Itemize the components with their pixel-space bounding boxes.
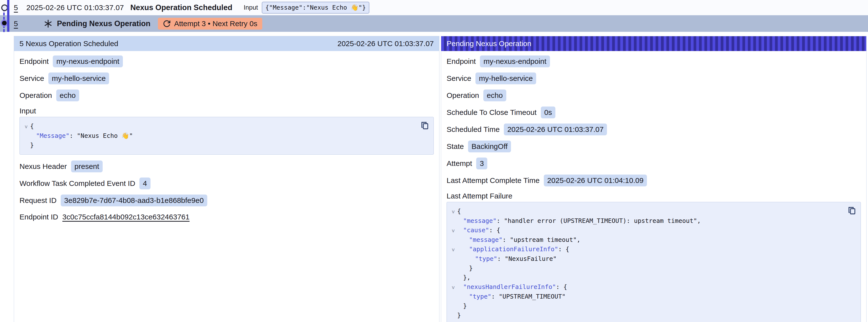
field-label: Endpoint: [446, 57, 476, 66]
json-viewer: v{"Message": "Nexus Echo 👋"}: [20, 117, 434, 155]
json-code-line: "message": "upstream timeout",: [449, 235, 841, 245]
timeline-connector-line: [3, 8, 5, 32]
input-value-chip: {"Message":"Nexus Echo 👋"}: [262, 2, 369, 13]
field-label: Request ID: [20, 196, 57, 205]
json-code-text: "cause": {: [457, 226, 500, 235]
field-label: Service: [20, 74, 44, 83]
json-code-line: "type": "UPSTREAM_TIMEOUT": [449, 292, 841, 301]
timeline-gutter: [0, 0, 14, 34]
field-operation: Operationecho: [446, 90, 861, 101]
field-value-chip: 3e829b7e-7d67-4b08-aad3-b1e868bfe9e0: [61, 195, 207, 206]
scheduled-panel-header: 5 Nexus Operation Scheduled 2025-02-26 U…: [14, 36, 439, 51]
pending-panel-header: Pending Nexus Operation: [441, 36, 866, 51]
field-label: Endpoint: [20, 57, 49, 66]
scheduled-panel-fields: Endpointmy-nexus-endpointServicemy-hello…: [14, 51, 439, 233]
pending-event-title: Pending Nexus Operation: [57, 19, 151, 28]
pending-panel-fields: Endpointmy-nexus-endpointServicemy-hello…: [441, 51, 866, 322]
field-label: Workflow Task Completed Event ID: [20, 179, 135, 188]
chevron-down-icon[interactable]: v: [449, 207, 457, 216]
event-id-link[interactable]: 5: [14, 3, 18, 12]
field-label: Operation: [20, 91, 52, 100]
scheduled-panel-title: 5 Nexus Operation Scheduled: [20, 39, 118, 48]
json-code-text: }: [457, 301, 467, 311]
chevron-down-icon[interactable]: v: [449, 245, 457, 254]
field-service: Servicemy-hello-service: [20, 72, 434, 84]
pending-operation-panel: Pending Nexus Operation Endpointmy-nexus…: [441, 36, 867, 322]
json-code-text: "type": "NexusFailure": [457, 254, 557, 264]
field-input: Input: [20, 106, 434, 116]
field-endpoint-id: Endpoint ID3c0c75ccfa8144b092c13ce632463…: [20, 212, 434, 222]
retry-icon: [163, 20, 171, 28]
json-code-line: v{: [449, 206, 841, 216]
field-label: Scheduled Time: [446, 125, 500, 134]
json-code-text: {: [30, 122, 34, 131]
json-code-line: }: [449, 311, 841, 320]
json-code-line: }: [449, 301, 841, 311]
copy-icon[interactable]: [420, 121, 429, 130]
event-timestamp: 2025-02-26 UTC 01:03:37.07: [26, 3, 124, 12]
json-code-text: "message": "upstream timeout",: [457, 235, 581, 245]
field-label: Endpoint ID: [20, 213, 58, 221]
field-value-chip: echo: [56, 90, 79, 101]
field-value-link[interactable]: 3c0c75ccfa8144b092c13ce632463761: [62, 213, 189, 221]
copy-icon[interactable]: [847, 205, 856, 216]
json-code-line: v"cause": {: [449, 226, 841, 235]
field-last-attempt-complete-time: Last Attempt Complete Time2025-02-26 UTC…: [446, 174, 861, 186]
field-value-chip: echo: [483, 90, 506, 101]
field-value-chip: present: [71, 161, 103, 172]
json-code-line: }: [22, 140, 414, 150]
field-value-chip: 4: [140, 178, 151, 189]
field-value-chip: 3: [476, 158, 487, 169]
chevron-down-icon[interactable]: v: [449, 226, 457, 235]
field-label: Input: [20, 107, 36, 115]
field-value-chip: my-hello-service: [49, 72, 109, 84]
field-last-attempt-failure: Last Attempt Failure: [446, 192, 861, 200]
field-scheduled-time: Scheduled Time2025-02-26 UTC 01:03:37.07: [446, 124, 861, 135]
timeline-event-marker-icon: [1, 4, 8, 11]
timeline-current-marker-icon: [2, 21, 7, 25]
json-code-line: v{: [22, 122, 414, 131]
field-value-chip: my-nexus-endpoint: [53, 56, 123, 67]
scheduled-event-detail-panel: 5 Nexus Operation Scheduled 2025-02-26 U…: [14, 36, 439, 322]
field-value-chip: my-nexus-endpoint: [480, 56, 550, 67]
field-value-chip: my-hello-service: [475, 72, 536, 84]
asterisk-icon: [44, 19, 53, 28]
field-label: Attempt: [446, 159, 472, 168]
history-row-pending-nexus-operation[interactable]: 5 Pending Nexus Operation Attempt 3 • Ne…: [0, 15, 868, 32]
timeline-active-bar: [7, 0, 9, 32]
chevron-down-icon[interactable]: v: [449, 283, 457, 292]
event-detail-panels: 5 Nexus Operation Scheduled 2025-02-26 U…: [14, 36, 867, 322]
field-label: Service: [446, 74, 471, 83]
field-attempt: Attempt3: [446, 158, 861, 169]
pending-event-id-link[interactable]: 5: [14, 20, 18, 28]
json-code-text: },: [457, 273, 470, 282]
retry-attempt-badge: Attempt 3 • Next Retry 0s: [158, 18, 262, 30]
field-label: Schedule To Close Timeout: [446, 108, 537, 117]
json-code-line: }: [449, 264, 841, 273]
history-row-nexus-operation-scheduled[interactable]: 5 2025-02-26 UTC 01:03:37.07 Nexus Opera…: [0, 0, 868, 15]
field-value-chip: 2025-02-26 UTC 01:03:37.07: [504, 124, 607, 135]
event-title: Nexus Operation Scheduled: [130, 3, 232, 12]
chevron-down-icon[interactable]: v: [22, 122, 30, 131]
json-code-text: "applicationFailureInfo": {: [457, 245, 569, 254]
input-label: Input: [244, 4, 258, 11]
json-code-text: }: [457, 311, 461, 320]
scheduled-panel-timestamp: 2025-02-26 UTC 01:03:37.07: [338, 39, 434, 48]
retry-badge-text: Attempt 3 • Next Retry 0s: [174, 20, 257, 28]
field-label: Last Attempt Failure: [446, 192, 513, 200]
json-code-text: }: [30, 140, 34, 150]
json-code-line: },: [449, 273, 841, 282]
json-code-text: }: [457, 264, 473, 273]
field-label: Last Attempt Complete Time: [446, 176, 539, 185]
field-value-chip: 2025-02-26 UTC 01:04:10.09: [544, 174, 647, 186]
field-label: Operation: [446, 91, 479, 100]
field-value-chip: BackingOff: [468, 140, 511, 152]
field-workflow-task-completed-event-id: Workflow Task Completed Event ID4: [20, 178, 434, 189]
json-code-line: v"nexusHandlerFailureInfo": {: [449, 282, 841, 292]
field-value-chip: 0s: [541, 106, 556, 118]
json-code-line: "message": "handler error (UPSTREAM_TIME…: [449, 216, 841, 226]
pending-panel-title: Pending Nexus Operation: [446, 39, 531, 48]
field-state: StateBackingOff: [446, 140, 861, 152]
field-endpoint: Endpointmy-nexus-endpoint: [446, 56, 861, 67]
field-request-id: Request ID3e829b7e-7d67-4b08-aad3-b1e868…: [20, 195, 434, 206]
